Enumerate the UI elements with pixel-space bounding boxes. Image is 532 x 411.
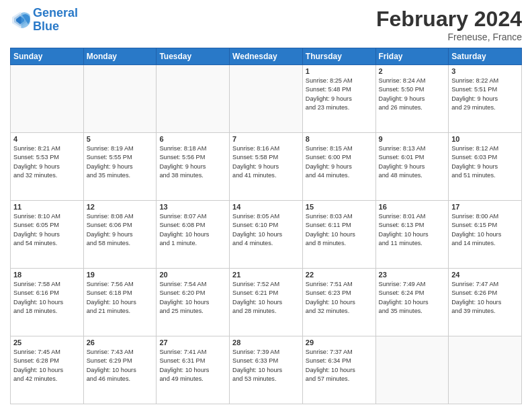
day-info: Sunrise: 8:19 AMSunset: 5:55 PMDaylight:… — [87, 144, 154, 180]
calendar-cell: 6Sunrise: 8:18 AMSunset: 5:56 PMDaylight… — [157, 133, 230, 201]
calendar-cell: 12Sunrise: 8:08 AMSunset: 6:06 PMDayligh… — [83, 201, 157, 269]
month-year: February 2024 — [376, 7, 522, 32]
calendar-cell — [375, 336, 449, 404]
day-info: Sunrise: 7:37 AMSunset: 6:34 PMDaylight:… — [306, 348, 373, 383]
day-info: Sunrise: 8:15 AMSunset: 6:00 PMDaylight:… — [306, 144, 373, 180]
calendar-cell: 5Sunrise: 8:19 AMSunset: 5:55 PMDaylight… — [83, 133, 157, 201]
calendar-cell: 15Sunrise: 8:03 AMSunset: 6:11 PMDayligh… — [302, 201, 375, 269]
weekday-monday: Monday — [83, 48, 157, 65]
calendar-cell: 27Sunrise: 7:41 AMSunset: 6:31 PMDayligh… — [157, 336, 230, 404]
logo: General Blue — [10, 7, 78, 34]
day-number: 14 — [232, 203, 300, 211]
calendar-cell: 22Sunrise: 7:51 AMSunset: 6:23 PMDayligh… — [302, 269, 375, 336]
weekday-sunday: Sunday — [11, 48, 84, 65]
week-row-2: 11Sunrise: 8:10 AMSunset: 6:05 PMDayligh… — [11, 201, 522, 269]
week-row-0: 1Sunrise: 8:25 AMSunset: 5:48 PMDaylight… — [11, 65, 522, 133]
day-info: Sunrise: 8:16 AMSunset: 5:58 PMDaylight:… — [232, 144, 300, 180]
calendar-cell: 26Sunrise: 7:43 AMSunset: 6:29 PMDayligh… — [83, 336, 157, 404]
location: Freneuse, France — [376, 32, 522, 42]
calendar-cell: 29Sunrise: 7:37 AMSunset: 6:34 PMDayligh… — [302, 336, 375, 404]
day-info: Sunrise: 7:41 AMSunset: 6:31 PMDaylight:… — [159, 348, 226, 383]
week-row-4: 25Sunrise: 7:45 AMSunset: 6:28 PMDayligh… — [11, 336, 522, 404]
day-info: Sunrise: 7:54 AMSunset: 6:20 PMDaylight:… — [159, 280, 226, 316]
calendar-cell: 11Sunrise: 8:10 AMSunset: 6:05 PMDayligh… — [11, 201, 84, 269]
day-number: 20 — [159, 271, 226, 279]
day-number: 29 — [306, 338, 373, 347]
calendar-cell: 24Sunrise: 7:47 AMSunset: 6:26 PMDayligh… — [449, 269, 522, 336]
calendar-cell: 20Sunrise: 7:54 AMSunset: 6:20 PMDayligh… — [157, 269, 230, 336]
day-info: Sunrise: 8:08 AMSunset: 6:06 PMDaylight:… — [87, 212, 154, 248]
day-info: Sunrise: 8:12 AMSunset: 6:03 PMDaylight:… — [451, 144, 519, 180]
week-row-3: 18Sunrise: 7:58 AMSunset: 6:16 PMDayligh… — [11, 269, 522, 336]
calendar-cell: 8Sunrise: 8:15 AMSunset: 6:00 PMDaylight… — [302, 133, 375, 201]
day-number: 28 — [232, 338, 300, 347]
weekday-wednesday: Wednesday — [230, 48, 303, 65]
day-number: 6 — [159, 135, 226, 143]
calendar-cell — [11, 65, 84, 133]
calendar-cell: 18Sunrise: 7:58 AMSunset: 6:16 PMDayligh… — [11, 269, 84, 336]
calendar-cell — [230, 65, 303, 133]
calendar-cell — [449, 336, 522, 404]
day-info: Sunrise: 8:01 AMSunset: 6:13 PMDaylight:… — [379, 212, 446, 248]
calendar-cell: 4Sunrise: 8:21 AMSunset: 5:53 PMDaylight… — [11, 133, 84, 201]
calendar-cell: 17Sunrise: 8:00 AMSunset: 6:15 PMDayligh… — [449, 201, 522, 269]
day-number: 8 — [306, 135, 373, 143]
calendar-table: SundayMondayTuesdayWednesdayThursdayFrid… — [10, 48, 522, 404]
day-number: 19 — [87, 271, 154, 279]
weekday-friday: Friday — [375, 48, 449, 65]
day-number: 10 — [451, 135, 519, 143]
calendar-cell: 13Sunrise: 8:07 AMSunset: 6:08 PMDayligh… — [157, 201, 230, 269]
calendar-cell — [157, 65, 230, 133]
day-number: 24 — [451, 271, 519, 279]
day-info: Sunrise: 7:51 AMSunset: 6:23 PMDaylight:… — [306, 280, 373, 316]
day-info: Sunrise: 8:18 AMSunset: 5:56 PMDaylight:… — [159, 144, 226, 180]
day-info: Sunrise: 7:52 AMSunset: 6:21 PMDaylight:… — [232, 280, 300, 316]
day-number: 21 — [232, 271, 300, 279]
day-number: 25 — [13, 338, 81, 347]
day-info: Sunrise: 8:05 AMSunset: 6:10 PMDaylight:… — [232, 212, 300, 248]
day-info: Sunrise: 7:45 AMSunset: 6:28 PMDaylight:… — [13, 348, 81, 383]
page: General Blue February 2024 Freneuse, Fra… — [0, 0, 532, 411]
day-info: Sunrise: 8:22 AMSunset: 5:51 PMDaylight:… — [451, 77, 519, 112]
calendar-cell: 21Sunrise: 7:52 AMSunset: 6:21 PMDayligh… — [230, 269, 303, 336]
day-number: 26 — [87, 338, 154, 347]
day-number: 1 — [306, 67, 373, 75]
day-number: 7 — [232, 135, 300, 143]
day-info: Sunrise: 8:21 AMSunset: 5:53 PMDaylight:… — [13, 144, 81, 180]
day-info: Sunrise: 7:49 AMSunset: 6:24 PMDaylight:… — [379, 280, 446, 316]
calendar-cell: 19Sunrise: 7:56 AMSunset: 6:18 PMDayligh… — [83, 269, 157, 336]
calendar-cell: 2Sunrise: 8:24 AMSunset: 5:50 PMDaylight… — [375, 65, 449, 133]
header: General Blue February 2024 Freneuse, Fra… — [10, 7, 522, 42]
day-info: Sunrise: 7:43 AMSunset: 6:29 PMDaylight:… — [87, 348, 154, 383]
weekday-header-row: SundayMondayTuesdayWednesdayThursdayFrid… — [11, 48, 522, 65]
calendar-cell: 14Sunrise: 8:05 AMSunset: 6:10 PMDayligh… — [230, 201, 303, 269]
day-number: 4 — [13, 135, 81, 143]
day-number: 2 — [379, 67, 446, 75]
calendar-cell: 1Sunrise: 8:25 AMSunset: 5:48 PMDaylight… — [302, 65, 375, 133]
day-number: 12 — [87, 203, 154, 211]
day-number: 3 — [451, 67, 519, 75]
weekday-thursday: Thursday — [302, 48, 375, 65]
day-number: 13 — [159, 203, 226, 211]
day-info: Sunrise: 8:24 AMSunset: 5:50 PMDaylight:… — [379, 77, 446, 112]
day-number: 23 — [379, 271, 446, 279]
weekday-tuesday: Tuesday — [157, 48, 230, 65]
day-number: 16 — [379, 203, 446, 211]
week-row-1: 4Sunrise: 8:21 AMSunset: 5:53 PMDaylight… — [11, 133, 522, 201]
day-number: 18 — [13, 271, 81, 279]
day-number: 17 — [451, 203, 519, 211]
calendar-cell: 25Sunrise: 7:45 AMSunset: 6:28 PMDayligh… — [11, 336, 84, 404]
calendar-cell: 28Sunrise: 7:39 AMSunset: 6:33 PMDayligh… — [230, 336, 303, 404]
day-info: Sunrise: 7:39 AMSunset: 6:33 PMDaylight:… — [232, 348, 300, 383]
logo-icon — [10, 10, 30, 30]
calendar-cell: 9Sunrise: 8:13 AMSunset: 6:01 PMDaylight… — [375, 133, 449, 201]
title-block: February 2024 Freneuse, France — [376, 7, 522, 42]
day-info: Sunrise: 8:10 AMSunset: 6:05 PMDaylight:… — [13, 212, 81, 248]
day-number: 27 — [159, 338, 226, 347]
day-info: Sunrise: 8:13 AMSunset: 6:01 PMDaylight:… — [379, 144, 446, 180]
logo-text: General Blue — [33, 7, 78, 34]
day-number: 9 — [379, 135, 446, 143]
calendar-cell: 3Sunrise: 8:22 AMSunset: 5:51 PMDaylight… — [449, 65, 522, 133]
day-info: Sunrise: 8:07 AMSunset: 6:08 PMDaylight:… — [159, 212, 226, 248]
day-info: Sunrise: 7:47 AMSunset: 6:26 PMDaylight:… — [451, 280, 519, 316]
